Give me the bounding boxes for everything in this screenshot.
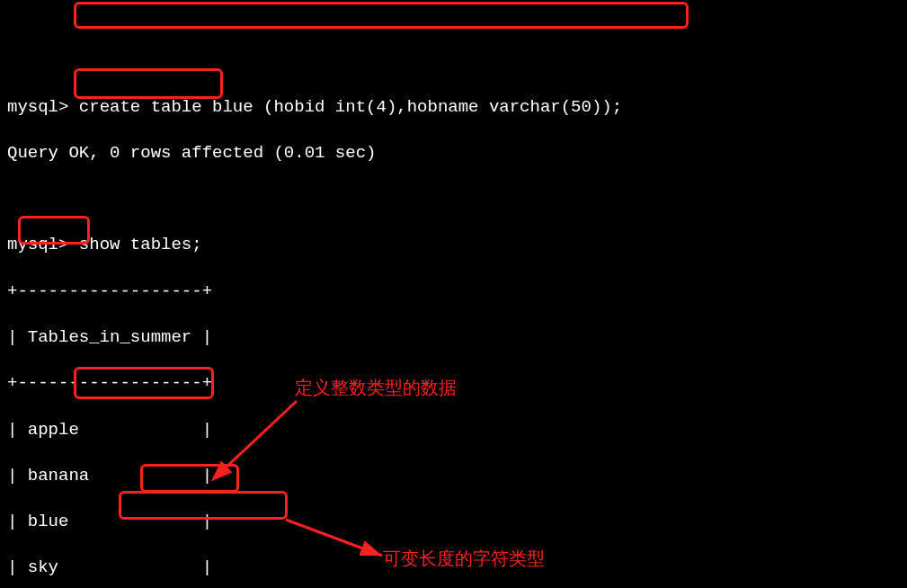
prompt: mysql> xyxy=(7,97,79,117)
annotation-varchar-type: 可变长度的字符类型 xyxy=(383,547,545,571)
prompt: mysql> xyxy=(7,235,79,254)
blank-line xyxy=(7,188,900,211)
table-border: +------------------+ xyxy=(7,281,900,304)
table-row: | blue | xyxy=(7,511,900,534)
command-create-table: create table blue (hobid int(4),hobname … xyxy=(79,97,622,117)
terminal-line: mysql> create table blue (hobid int(4),h… xyxy=(7,96,900,120)
highlight-box-show-tables xyxy=(74,68,223,99)
annotation-int-type: 定义整数类型的数据 xyxy=(295,376,457,400)
query-response: Query OK, 0 rows affected (0.01 sec) xyxy=(7,142,900,165)
command-show-tables: show tables; xyxy=(79,235,202,254)
highlight-box-create-table xyxy=(74,2,689,29)
table-header: | Tables_in_summer | xyxy=(7,326,900,350)
table-row: | apple | xyxy=(7,419,900,442)
table-row: | banana | xyxy=(7,465,900,488)
terminal-line: mysql> show tables; xyxy=(7,234,900,257)
